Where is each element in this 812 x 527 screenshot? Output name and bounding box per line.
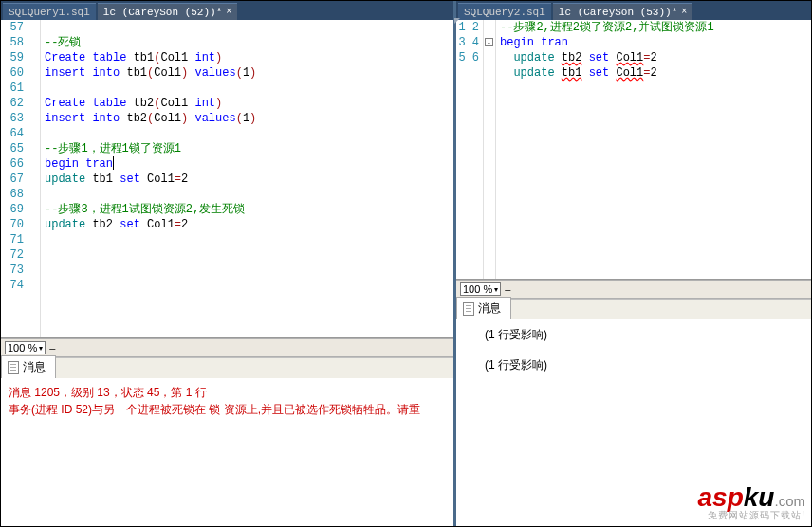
- left-gutter: 57 58 59 60 61 62 63 64 65 66 67 68 69 7…: [1, 20, 28, 337]
- error-line-1: 消息 1205，级别 13，状态 45，第 1 行: [9, 384, 446, 401]
- tab-label: SQLQuery2.sql: [464, 7, 545, 18]
- right-tab-0[interactable]: SQLQuery2.sql: [458, 3, 551, 20]
- right-msg-tabs: 消息: [456, 299, 811, 319]
- rows-affected-2: (1 行受影响): [485, 355, 803, 374]
- right-fold-column: -: [483, 20, 496, 279]
- msg-tab-label: 消息: [478, 300, 501, 317]
- left-messages[interactable]: 消息 1205，级别 13，状态 45，第 1 行 事务(进程 ID 52)与另…: [1, 378, 453, 526]
- corner-triangle-icon: [454, 18, 460, 24]
- watermark-asp: asp: [698, 482, 744, 512]
- left-tab-1[interactable]: lc (CareySon (52))* ×: [98, 3, 237, 20]
- tab-label: lc (CareySon (52))*: [103, 7, 222, 18]
- watermark-sub: 免费网站源码下载站!: [698, 511, 805, 520]
- right-pane: SQLQuery2.sql lc (CareySon (53))* × 1 2 …: [456, 1, 811, 526]
- left-pane: SQLQuery1.sql lc (CareySon (52))* × 57 5…: [1, 1, 456, 526]
- tab-label: lc (CareySon (53))*: [559, 7, 677, 18]
- zoom-select[interactable]: 100 % ▾: [460, 282, 501, 296]
- fold-toggle-icon[interactable]: -: [485, 38, 493, 46]
- close-icon[interactable]: ×: [226, 7, 231, 17]
- zoom-value: 100 %: [463, 283, 492, 295]
- left-editor[interactable]: 57 58 59 60 61 62 63 64 65 66 67 68 69 7…: [1, 20, 453, 338]
- zoom-select[interactable]: 100 % ▾: [5, 341, 46, 354]
- watermark-com: .com: [774, 493, 805, 509]
- dash-icon: –: [505, 283, 510, 295]
- right-zoom-bar: 100 % ▾ –: [456, 280, 811, 299]
- document-icon: [463, 302, 474, 316]
- document-icon: [8, 361, 19, 374]
- messages-tab[interactable]: 消息: [456, 297, 511, 319]
- right-gutter: 1 2 3 4 5 6: [456, 20, 483, 279]
- left-code[interactable]: --死锁 Create table tb1(Col1 int) insert i…: [41, 20, 453, 337]
- left-msg-tabs: 消息: [1, 357, 453, 378]
- rows-affected-1: (1 行受影响): [485, 325, 803, 344]
- chevron-down-icon: ▾: [494, 285, 498, 294]
- left-tab-strip: SQLQuery1.sql lc (CareySon (52))* ×: [1, 1, 453, 20]
- left-tab-0[interactable]: SQLQuery1.sql: [3, 3, 96, 20]
- watermark: aspku.com 免费网站源码下载站!: [698, 484, 805, 520]
- messages-tab[interactable]: 消息: [1, 355, 56, 378]
- right-tab-1[interactable]: lc (CareySon (53))* ×: [553, 3, 692, 20]
- chevron-down-icon: ▾: [39, 344, 43, 353]
- msg-tab-label: 消息: [23, 359, 46, 375]
- zoom-value: 100 %: [8, 342, 37, 354]
- watermark-ku: ku: [744, 482, 775, 512]
- tab-label: SQLQuery1.sql: [9, 7, 90, 18]
- right-editor[interactable]: 1 2 3 4 5 6 - --步骤2,进程2锁了资源2,并试图锁资源1 beg…: [456, 20, 811, 280]
- left-zoom-bar: 100 % ▾ –: [1, 338, 453, 357]
- left-fold-column: [28, 20, 41, 337]
- dash-icon: –: [49, 342, 55, 354]
- right-tab-strip: SQLQuery2.sql lc (CareySon (53))* ×: [456, 1, 811, 20]
- error-line-2: 事务(进程 ID 52)与另一个进程被死锁在 锁 资源上,并且已被选作死锁牺牲品…: [9, 401, 446, 418]
- right-code[interactable]: --步骤2,进程2锁了资源2,并试图锁资源1 begin tran update…: [496, 20, 811, 279]
- close-icon[interactable]: ×: [681, 7, 687, 17]
